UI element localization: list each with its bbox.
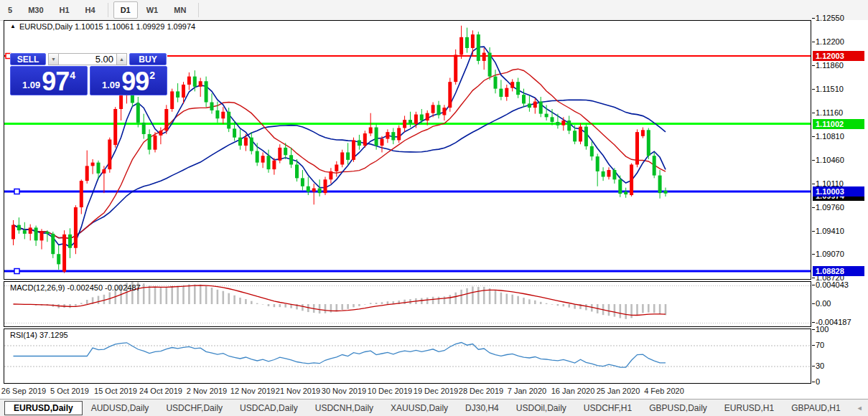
bear-candle: [142, 123, 146, 134]
bear-candle: [210, 103, 214, 110]
bear-candle: [624, 192, 627, 194]
tab-gbpusd-daily[interactable]: GBPUSD,Daily: [642, 402, 714, 415]
date-label: 7 Jan 2020: [508, 387, 546, 395]
timeframe-toolbar: 5M30H1H4D1W1MN: [0, 0, 868, 21]
bull-candle: [159, 131, 162, 136]
ask-price-pip: 2: [149, 70, 155, 81]
collapse-arrow-icon[interactable]: ▲: [10, 23, 16, 29]
timeframe-button-h4[interactable]: H4: [78, 1, 103, 19]
price-tick: 1.11510: [816, 85, 844, 93]
bull-candle: [442, 108, 446, 115]
bear-candle: [602, 171, 605, 177]
price-axis[interactable]: 1.125501.122001.118601.115101.111601.108…: [811, 20, 868, 400]
timeframe-button-d1[interactable]: D1: [113, 1, 138, 19]
volume-increase-button[interactable]: ▲: [116, 53, 127, 65]
sell-button[interactable]: SELL: [10, 53, 46, 65]
bull-candle: [85, 166, 89, 181]
price-tick: 1.12550: [816, 14, 844, 22]
price-tick: 1.11860: [816, 61, 844, 70]
rsi-axis-tick: 0: [816, 377, 820, 386]
bear-candle: [318, 189, 322, 194]
date-label: 28 Dec 2019: [459, 387, 503, 395]
bull-candle: [80, 181, 83, 207]
bear-candle: [227, 112, 230, 129]
bull-candle: [329, 171, 332, 179]
bear-candle: [375, 128, 378, 146]
buy-button[interactable]: BUY: [129, 53, 167, 65]
macd-axis-tick: 0.00: [816, 299, 831, 308]
bear-candle: [289, 155, 293, 164]
date-label: 25 Jan 2020: [597, 387, 640, 395]
bull-candle: [154, 136, 157, 150]
date-label: 24 Oct 2019: [139, 387, 182, 395]
mt4-terminal: 5M30H1H4D1W1MN ▲ EURUSD,Daily 1.10015 1.…: [0, 0, 868, 416]
one-click-trading-widget: SELL ▼ 5.00 ▲ BUY 1.09 97 4 1.09 99 2: [10, 53, 167, 95]
tab-usdoil-daily[interactable]: USDOil,Daily: [509, 402, 574, 415]
volume-decrease-button[interactable]: ▼: [48, 53, 59, 65]
macd-axis-tick: 0.004043: [816, 280, 849, 289]
tab-xauusd-daily[interactable]: XAUUSD,Daily: [383, 402, 455, 415]
date-label: 2 Nov 2019: [187, 387, 227, 395]
bear-candle: [409, 120, 412, 124]
timeframe-button-5[interactable]: 5: [1, 1, 19, 19]
bear-candle: [499, 89, 503, 97]
bull-candle: [199, 81, 202, 87]
tab-usdchf-h1[interactable]: USDCHF,H1: [577, 402, 639, 415]
tab-eurusd-h1[interactable]: EURUSD,H1: [717, 402, 781, 415]
bull-candle: [11, 225, 15, 240]
bear-candle: [596, 156, 599, 171]
toolbar-separator: [108, 3, 108, 17]
bull-candle: [335, 164, 338, 171]
scroll-left-icon[interactable]: ◄: [857, 405, 863, 412]
main-chart-pane[interactable]: ▲ EURUSD,Daily 1.10015 1.10061 1.09929 1…: [4, 20, 811, 280]
bull-candle: [244, 138, 248, 146]
bull-candle: [630, 164, 633, 195]
bull-candle: [482, 53, 486, 61]
rsi-axis-tick: 100: [816, 325, 829, 334]
bear-candle: [567, 120, 571, 131]
macd-indicator-pane[interactable]: MACD(12,26,9) -0.002450 -0.002487: [4, 281, 811, 327]
hline-marker[interactable]: [14, 269, 19, 274]
date-label: 5 Oct 2019: [50, 387, 89, 395]
bear-candle: [584, 127, 588, 146]
timeframe-button-m30[interactable]: M30: [21, 1, 50, 19]
tab-usdcad-daily[interactable]: USDCAD,Daily: [233, 402, 305, 415]
ask-price-panel[interactable]: 1.09 99 2: [90, 66, 167, 95]
bull-candle: [91, 163, 95, 166]
date-label: 10 Dec 2019: [368, 387, 412, 395]
bear-candle: [391, 132, 395, 140]
chart-tab-bar: EURUSD,DailyAUDUSD,DailyUSDCHF,DailyUSDC…: [0, 399, 868, 416]
tab-usdchf-daily[interactable]: USDCHF,Daily: [159, 402, 230, 415]
bid-price-panel[interactable]: 1.09 97 4: [10, 66, 88, 95]
bear-candle: [477, 34, 480, 61]
bull-candle: [386, 132, 389, 138]
bear-candle: [494, 77, 498, 89]
bull-candle: [505, 88, 508, 97]
tab-gbpaud-h1[interactable]: GBPAUD,H1: [784, 402, 847, 415]
tab-usdcnh-daily[interactable]: USDCNH,Daily: [308, 402, 381, 415]
rsi-line: [14, 343, 666, 368]
bull-candle: [448, 82, 452, 108]
volume-input[interactable]: 5.00: [59, 53, 116, 65]
bull-candle: [369, 128, 373, 134]
bull-candle: [113, 109, 117, 145]
timeframe-button-h1[interactable]: H1: [52, 1, 77, 19]
hline-marker[interactable]: [14, 189, 19, 194]
bear-candle: [267, 156, 271, 169]
rsi-indicator-pane[interactable]: RSI(14) 37.1295: [4, 328, 811, 384]
ask-price-prefix: 1.09: [102, 78, 120, 93]
price-tick: 1.12200: [816, 37, 844, 46]
tab-eurusd-daily[interactable]: EURUSD,Daily: [4, 401, 83, 415]
bull-candle: [119, 95, 123, 109]
tab-dj30-h4[interactable]: DJ30,H4: [458, 402, 506, 415]
tab-audusd-daily[interactable]: AUDUSD,Daily: [84, 402, 157, 415]
price-tick: 1.09070: [816, 250, 844, 258]
bear-candle: [136, 103, 140, 122]
bull-candle: [312, 189, 316, 192]
timeframe-button-mn[interactable]: MN: [167, 1, 193, 19]
bear-candle: [647, 130, 650, 156]
time-axis[interactable]: 26 Sep 20195 Oct 201915 Oct 201924 Oct 2…: [4, 384, 811, 399]
timeframe-button-w1[interactable]: W1: [139, 1, 166, 19]
date-label: 12 Nov 2019: [230, 387, 275, 395]
bull-candle: [403, 120, 406, 128]
